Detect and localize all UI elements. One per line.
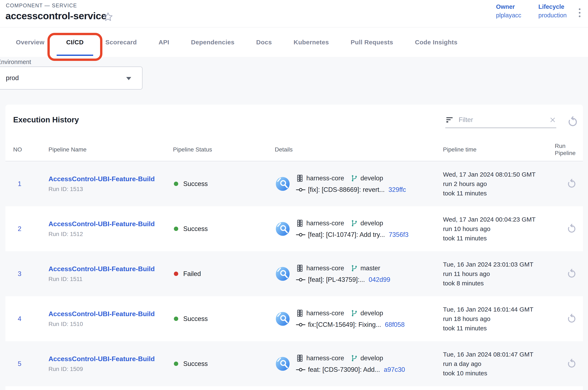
pipeline-status-cell: Success (173, 180, 275, 188)
tab-docs[interactable]: Docs (245, 27, 283, 57)
tab-pull-requests[interactable]: Pull Requests (340, 27, 404, 57)
repository-icon (296, 309, 304, 317)
time-gmt: Tue, 16 Jan 2024 16:01:44 GMT (443, 305, 555, 314)
pipeline-execution-icon[interactable] (276, 177, 290, 191)
run-pipeline-icon[interactable] (567, 269, 577, 279)
favorite-star-icon[interactable] (103, 12, 113, 22)
time-gmt: Tue, 16 Jan 2024 08:01:47 GMT (443, 350, 555, 359)
refresh-icon[interactable] (567, 116, 578, 128)
pipeline-time-cell: Tue, 16 Jan 2024 16:01:44 GMT run 18 hou… (443, 305, 555, 333)
repo-branch-line: harness-core develop (296, 219, 408, 227)
tab-cicd[interactable]: CI/CD (55, 27, 95, 57)
run-pipeline-cell (555, 224, 583, 234)
commit-hash-link[interactable]: 7356f3 (389, 231, 408, 239)
pipeline-name-link[interactable]: AccessControl-UBI-Feature-Build (48, 310, 173, 318)
tab-dependencies[interactable]: Dependencies (180, 27, 245, 57)
git-branch-icon (351, 219, 358, 227)
row-number-link[interactable]: 5 (13, 360, 48, 368)
owner-value-link[interactable]: plplayacc (496, 12, 521, 19)
run-pipeline-icon[interactable] (567, 224, 577, 234)
commit-message: [feat]: [PL-43759]:... (308, 276, 365, 284)
git-commit-icon (296, 322, 306, 327)
tab-api[interactable]: API (148, 27, 180, 57)
pipeline-time-cell: Wed, 17 Jan 2024 00:04:23 GMT run 10 hou… (443, 215, 555, 243)
repo-branch-line: harness-core develop (296, 174, 406, 182)
time-ago: run 11 hours ago (443, 269, 555, 279)
col-header-run-pipeline: Run Pipeline (555, 143, 583, 157)
branch-name: develop (360, 309, 383, 317)
git-branch-icon (351, 175, 358, 182)
pipeline-status-cell: Success (173, 225, 275, 233)
row-number-link[interactable]: 2 (13, 225, 48, 233)
branch-name: develop (360, 354, 383, 362)
pipeline-status-cell: Failed (173, 270, 275, 278)
status-label: Success (183, 360, 208, 368)
pipeline-name-link[interactable]: AccessControl-UBI-Feature-Build (48, 265, 173, 273)
more-options-kebab-icon[interactable] (578, 7, 582, 18)
breadcrumb: COMPONENT — SERVICE (6, 2, 77, 8)
tab-scorecard[interactable]: Scorecard (94, 27, 148, 57)
pipeline-execution-icon[interactable] (276, 357, 290, 371)
run-pipeline-icon[interactable] (567, 359, 577, 369)
git-commit-icon (296, 232, 306, 238)
filter-clear-icon[interactable] (549, 116, 556, 123)
chevron-down-icon (126, 77, 131, 80)
commit-message: fix:[CCM-15649]: Fixing... (308, 321, 381, 329)
table-row: 5 AccessControl-UBI-Feature-Build Run ID… (5, 341, 583, 386)
run-id: Run ID: 1512 (48, 231, 173, 238)
run-pipeline-icon[interactable] (567, 179, 577, 189)
table-row: 1 AccessControl-UBI-Feature-Build Run ID… (5, 161, 583, 206)
time-gmt: Tue, 16 Jan 2024 23:01:03 GMT (443, 260, 555, 269)
pipeline-execution-icon[interactable] (276, 312, 290, 326)
commit-hash-link[interactable]: 042d99 (369, 276, 390, 284)
row-number-link[interactable]: 3 (13, 270, 48, 278)
time-ago: run 10 hours ago (443, 224, 555, 234)
run-id: Run ID: 1511 (48, 276, 173, 283)
tab-cicd-label: CI/CD (66, 39, 84, 46)
filter-funnel-icon (445, 115, 454, 124)
table-row: 2 AccessControl-UBI-Feature-Build Run ID… (5, 206, 583, 251)
pipeline-status-cell: Success (173, 315, 275, 323)
run-id: Run ID: 1509 (48, 366, 173, 372)
run-pipeline-icon[interactable] (567, 314, 577, 324)
owner-label: Owner (496, 3, 521, 10)
page-title: accesscontrol-service (5, 10, 106, 22)
active-tab-underline (57, 55, 93, 56)
commit-hash-link[interactable]: 68f058 (385, 321, 405, 329)
tab-code-insights[interactable]: Code Insights (404, 27, 469, 57)
commit-line: [fix]: [CDS-88669]: revert... 329ffc (296, 186, 406, 194)
time-gmt: Wed, 17 Jan 2024 08:01:50 GMT (443, 170, 555, 179)
pipeline-time-cell: Wed, 17 Jan 2024 08:01:50 GMT run 2 hour… (443, 170, 555, 198)
pipeline-name-link[interactable]: AccessControl-UBI-Feature-Build (48, 220, 173, 228)
execution-history-header: Execution History (5, 105, 583, 138)
row-number-link[interactable]: 1 (13, 180, 48, 188)
pipeline-name-link[interactable]: AccessControl-UBI-Feature-Build (48, 175, 173, 183)
status-label: Success (183, 315, 208, 323)
commit-hash-link[interactable]: a97c30 (384, 366, 405, 374)
git-branch-icon (351, 309, 358, 317)
pipeline-name-cell: AccessControl-UBI-Feature-Build Run ID: … (48, 220, 173, 238)
time-ago: run 2 hours ago (443, 179, 555, 189)
row-number-link[interactable]: 4 (13, 315, 48, 323)
tab-overview[interactable]: Overview (5, 27, 55, 57)
commit-line: [feat]: [PL-43759]:... 042d99 (296, 276, 390, 284)
pipeline-name-cell: AccessControl-UBI-Feature-Build Run ID: … (48, 265, 173, 283)
status-label: Success (183, 180, 208, 188)
repo-name: harness-core (306, 354, 344, 362)
git-branch-icon (351, 264, 358, 272)
details-cell: harness-core develop feat: [CDS-73090]: … (275, 354, 443, 374)
pipeline-status-cell: Success (173, 360, 275, 368)
pipeline-execution-icon[interactable] (276, 267, 290, 281)
commit-hash-link[interactable]: 329ffc (389, 186, 406, 194)
pipeline-name-link[interactable]: AccessControl-UBI-Feature-Build (48, 355, 173, 363)
time-took: took 11 minutes (443, 323, 555, 333)
filter-input[interactable] (459, 116, 545, 124)
repo-name: harness-core (306, 264, 344, 272)
cicd-tab-content: Environment prod Execution History NO Pi… (0, 57, 588, 390)
pipeline-execution-icon[interactable] (276, 222, 290, 236)
status-label: Success (183, 225, 208, 233)
tab-kubernetes[interactable]: Kubernetes (283, 27, 340, 57)
environment-select[interactable]: prod (0, 67, 143, 90)
branch-name: master (360, 264, 380, 272)
time-took: took 8 minutes (443, 279, 555, 288)
